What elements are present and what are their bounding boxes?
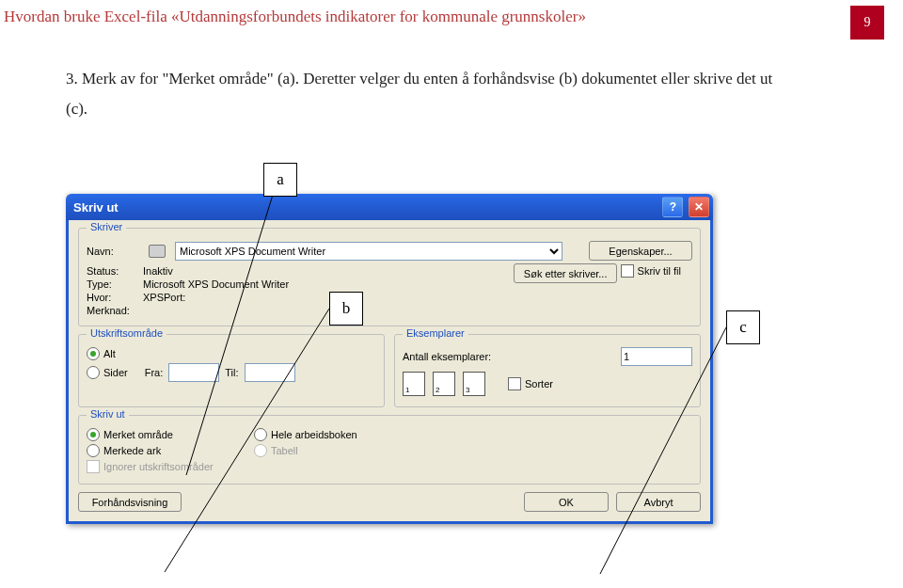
printer-icon <box>149 245 166 258</box>
radio-selected-sheets[interactable]: Merkede ark <box>87 444 237 457</box>
checkbox-icon <box>621 264 634 278</box>
where-value: XPSPort: <box>143 292 185 303</box>
print-dialog: Skriv ut ? ✕ Skriver Navn: Microsoft XPS… <box>66 194 713 524</box>
collate-check[interactable]: Sorter <box>508 377 553 390</box>
dialog-title: Skriv ut <box>73 200 119 215</box>
help-button[interactable]: ? <box>662 197 683 217</box>
cancel-button[interactable]: Avbryt <box>616 492 701 512</box>
copies-group: Eksemplarer Antall eksemplarer: Sorter <box>394 334 701 407</box>
collate-preview-icon <box>403 372 485 396</box>
from-input[interactable] <box>168 363 219 382</box>
name-label: Navn: <box>87 246 143 257</box>
status-value: Inaktiv <box>143 265 173 277</box>
close-button[interactable]: ✕ <box>689 197 709 217</box>
dialog-titlebar: Skriv ut ? ✕ <box>66 194 713 220</box>
printer-select[interactable]: Microsoft XPS Document Writer <box>175 242 562 261</box>
radio-selected-range[interactable]: Merket område <box>87 428 237 441</box>
radio-workbook[interactable]: Hele arbeidsboken <box>254 428 357 441</box>
type-label: Type: <box>87 278 143 290</box>
radio-selected-sheets-label: Merkede ark <box>103 445 161 456</box>
range-group: Utskriftsområde Alt Sider Fra: Til: <box>78 334 385 407</box>
callout-b: b <box>329 292 363 326</box>
printer-group: Skriver Navn: Microsoft XPS Document Wri… <box>78 228 701 326</box>
radio-all[interactable]: Alt <box>87 347 116 360</box>
find-printer-button[interactable]: Søk etter skriver... <box>514 263 618 283</box>
type-value: Microsoft XPS Document Writer <box>143 278 289 290</box>
ignore-areas-check: Ignorer utskriftsområder <box>87 460 214 473</box>
preview-button[interactable]: Forhåndsvisning <box>78 492 182 512</box>
printer-group-title: Skriver <box>87 221 126 232</box>
print-what-group: Skriv ut Merket område Hele arbeidsboken… <box>78 415 701 485</box>
print-what-title: Skriv ut <box>87 408 129 420</box>
page-number-badge: 9 <box>850 6 884 40</box>
where-label: Hvor: <box>87 292 143 303</box>
range-group-title: Utskriftsområde <box>87 327 166 339</box>
radio-table-label: Tabell <box>271 445 298 456</box>
print-to-file-check[interactable]: Skriv til fil <box>621 264 681 278</box>
status-label: Status: <box>87 265 143 277</box>
to-input[interactable] <box>245 363 295 382</box>
to-label: Til: <box>225 367 238 378</box>
copies-label: Antall eksemplarer: <box>403 351 615 362</box>
comment-label: Merknad: <box>87 305 143 316</box>
radio-all-label: Alt <box>103 348 116 359</box>
print-to-file-label: Skriv til fil <box>638 265 681 277</box>
callout-c: c <box>726 310 760 344</box>
copies-group-title: Eksemplarer <box>403 327 468 339</box>
instruction-text: 3. Merk av for "Merket område" (a). Dere… <box>66 64 781 125</box>
copies-input[interactable] <box>621 347 692 366</box>
radio-pages[interactable]: Sider <box>87 366 128 379</box>
ok-button[interactable]: OK <box>524 492 609 512</box>
collate-label: Sorter <box>525 378 553 389</box>
callout-a: a <box>263 163 297 197</box>
radio-workbook-label: Hele arbeidsboken <box>271 429 357 440</box>
checkbox-icon <box>508 377 521 390</box>
ignore-areas-label: Ignorer utskriftsområder <box>103 461 214 472</box>
from-label: Fra: <box>145 367 164 378</box>
checkbox-icon <box>87 460 100 473</box>
printer-info: Status:Inaktiv Type:Microsoft XPS Docume… <box>87 263 514 318</box>
properties-button[interactable]: Egenskaper... <box>589 241 692 261</box>
radio-selected-range-label: Merket område <box>103 429 173 440</box>
radio-pages-label: Sider <box>103 367 128 378</box>
page-header: Hvordan bruke Excel-fila «Utdanningsforb… <box>0 0 903 26</box>
radio-table: Tabell <box>254 444 298 457</box>
